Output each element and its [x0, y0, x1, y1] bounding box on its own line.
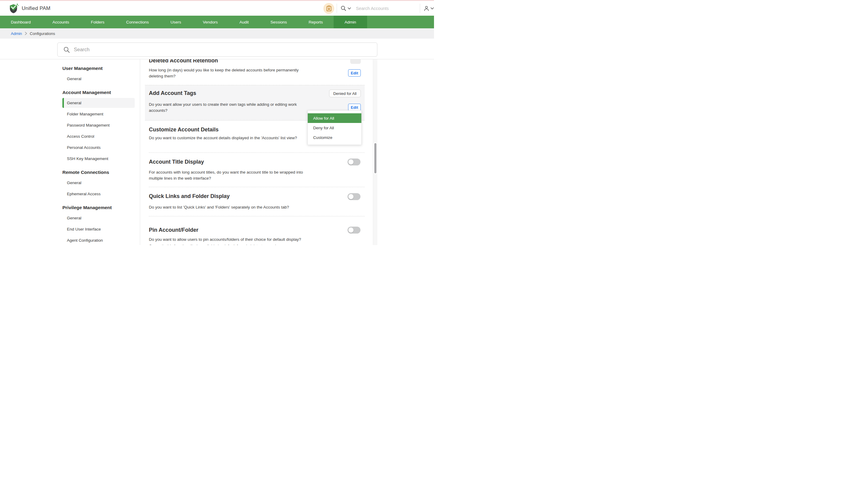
accounts-search-placeholder[interactable]: Search Accounts [356, 6, 389, 11]
dropdown-item-allow-for-all[interactable]: Allow for All [308, 113, 361, 123]
nav-tab-accounts[interactable]: Accounts [41, 16, 80, 28]
nav-tab-reports[interactable]: Reports [298, 16, 334, 28]
header-divider [420, 4, 420, 13]
sidebar-group-user-management: User Management [62, 64, 135, 73]
account-title-display-toggle[interactable] [347, 158, 361, 165]
config-search-row: Search [0, 38, 434, 59]
nav-tab-folders[interactable]: Folders [80, 16, 116, 28]
unified-pam-app: Unified PAM [0, 0, 434, 245]
sidebar-group-remote-connections: Remote Connections [62, 167, 135, 177]
vertical-scrollbar[interactable] [373, 59, 377, 245]
sidebar-item-agent-configuration[interactable]: Agent Configuration [62, 235, 135, 245]
section-title-deleted-account-retention: Deleted Account Retention [149, 59, 218, 64]
section-title-customize-account-details: Customize Account Details [149, 126, 218, 133]
accounts-search[interactable]: Search Accounts [341, 1, 389, 16]
section-title-pin-account-folder: Pin Account/Folder [149, 226, 198, 234]
edit-button-deleted-account-retention[interactable]: Edit [348, 69, 361, 76]
sidebar-item-personal-accounts[interactable]: Personal Accounts [62, 142, 135, 153]
scrollbar-thumb[interactable] [373, 142, 377, 174]
question-pin-account-folder: Do you want to allow users to pin accoun… [149, 237, 301, 243]
question-add-account-tags: Do you want allow your users to create t… [149, 101, 306, 114]
sidebar-item-folder-management[interactable]: Folder Management [62, 109, 135, 120]
note-pin-account-folder: Currently this functionality is availabl… [149, 243, 287, 245]
sidebar-item-ssh-key-management[interactable]: SSH Key Management [62, 153, 135, 164]
config-search-input[interactable]: Search [57, 42, 377, 57]
main-nav: Dashboard Accounts Folders Connections U… [0, 16, 434, 28]
nav-tab-dashboard[interactable]: Dashboard [0, 16, 41, 28]
nav-tab-audit[interactable]: Audit [228, 16, 259, 28]
chevron-right-icon [25, 32, 27, 35]
question-account-title-display: For accounts with long account titles, d… [149, 170, 316, 181]
sidebar-divider [140, 59, 140, 245]
sidebar-group-account-management: Account Management [62, 88, 135, 97]
header-divider [337, 4, 337, 13]
dropdown-item-customize[interactable]: Customize [308, 132, 361, 142]
clipped-control[interactable] [350, 59, 361, 64]
question-deleted-account-retention: How long (in days) would you like to kee… [149, 67, 301, 79]
section-divider [149, 187, 365, 187]
user-icon [424, 5, 430, 11]
user-menu[interactable] [424, 1, 434, 16]
section-title-quick-links-folder-display: Quick Links and Folder Display [149, 192, 230, 200]
logo-shield-icon [9, 3, 19, 14]
edit-button-add-account-tags[interactable]: Edit [348, 104, 361, 111]
clipboard-x-icon [327, 5, 332, 11]
breadcrumb-admin-link[interactable]: Admin [11, 31, 22, 36]
search-icon [63, 47, 70, 53]
quick-links-folder-display-toggle[interactable] [347, 193, 361, 200]
brand: Unified PAM [9, 3, 50, 14]
chevron-down-icon [430, 7, 434, 10]
sidebar-item-um-general[interactable]: General [62, 73, 135, 84]
search-icon[interactable] [341, 5, 346, 11]
sidebar-item-rc-general[interactable]: General [62, 177, 135, 188]
status-badge-denied-for-all: Denied for All [329, 90, 361, 97]
sidebar-item-end-user-interface[interactable]: End User Interface [62, 224, 135, 235]
question-quick-links-folder-display: Do you want to list 'Quick Links' and 'F… [149, 204, 289, 210]
toggle-knob [348, 194, 353, 199]
clipboard-x-button[interactable] [323, 3, 334, 14]
app-header: Unified PAM [0, 1, 434, 16]
sidebar-item-pm-general[interactable]: General [62, 212, 135, 224]
section-divider [149, 152, 365, 153]
dropdown-item-deny-for-all[interactable]: Deny for All [308, 123, 361, 132]
config-main: Deleted Account Retention How long (in d… [145, 59, 377, 245]
sidebar-item-am-general[interactable]: General [62, 98, 135, 108]
sidebar-group-privilege-management: Privilege Management [62, 203, 135, 212]
nav-tab-vendors[interactable]: Vendors [192, 16, 229, 28]
section-title-account-title-display: Account Title Display [149, 158, 204, 165]
config-sidebar: User Management General Account Manageme… [62, 59, 135, 245]
config-search-placeholder: Search [74, 47, 90, 53]
toggle-knob [348, 159, 353, 164]
toggle-knob [348, 227, 353, 233]
nav-tab-users[interactable]: Users [160, 16, 192, 28]
sidebar-item-password-management[interactable]: Password Management [62, 120, 135, 131]
pin-account-folder-toggle[interactable] [347, 226, 361, 234]
breadcrumb: Admin Configurations [0, 28, 434, 38]
nav-tab-connections[interactable]: Connections [116, 16, 160, 28]
app-title: Unified PAM [22, 5, 50, 11]
chevron-down-icon[interactable] [347, 7, 351, 10]
question-customize-account-details: Do you want to customize the account det… [149, 135, 297, 141]
content-region: User Management General Account Manageme… [0, 59, 434, 245]
permission-dropdown: Allow for All Deny for All Customize [307, 110, 362, 145]
breadcrumb-current: Configurations [30, 31, 55, 36]
nav-tab-sessions[interactable]: Sessions [259, 16, 298, 28]
nav-tab-admin[interactable]: Admin [334, 16, 367, 28]
sidebar-item-ephemeral-access[interactable]: Ephemeral Access [62, 188, 135, 200]
section-title-add-account-tags: Add Account Tags [149, 90, 196, 97]
sidebar-item-access-control[interactable]: Access Control [62, 131, 135, 142]
section-divider [149, 216, 365, 216]
